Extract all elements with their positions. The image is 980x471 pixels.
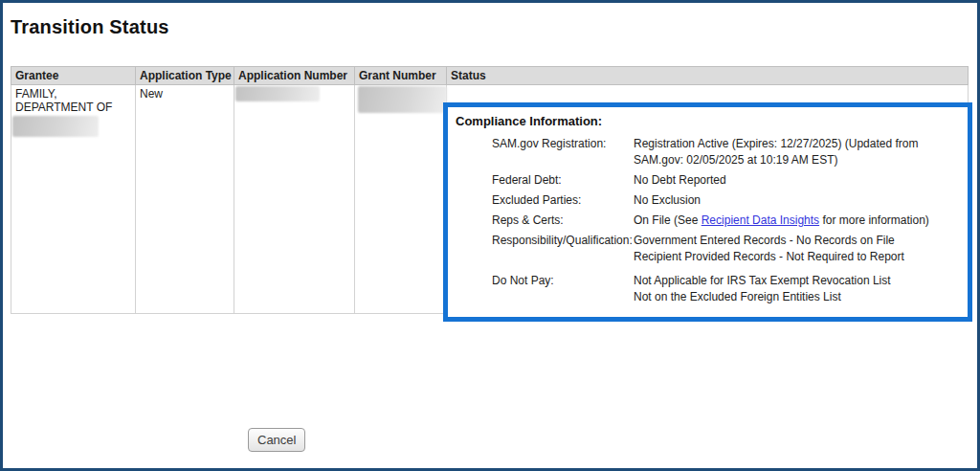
federal-debt-label: Federal Debt: bbox=[492, 172, 634, 189]
column-header-application-number: Application Number bbox=[234, 67, 355, 85]
reps-certs-prefix: On File (See bbox=[634, 213, 702, 227]
redacted-grantee-value bbox=[12, 116, 99, 137]
compliance-title: Compliance Information: bbox=[456, 114, 960, 128]
cell-application-number bbox=[234, 85, 355, 314]
reps-certs-suffix: for more information) bbox=[819, 213, 929, 227]
compliance-panel: Compliance Information: SAM.gov Registra… bbox=[443, 102, 972, 322]
recipient-data-insights-link[interactable]: Recipient Data Insights bbox=[702, 213, 819, 227]
federal-debt-value: No Debt Reported bbox=[634, 172, 960, 189]
compliance-row-do-not-pay: Do Not Pay: Not Applicable for IRS Tax E… bbox=[492, 273, 960, 305]
compliance-row-responsibility: Responsibility/Qualification: Government… bbox=[492, 233, 960, 265]
cell-grant-number bbox=[355, 85, 447, 314]
excluded-parties-label: Excluded Parties: bbox=[492, 192, 634, 209]
reps-certs-label: Reps & Certs: bbox=[492, 213, 634, 229]
cancel-button[interactable]: Cancel bbox=[248, 428, 305, 452]
column-header-application-type: Application Type bbox=[136, 67, 234, 85]
reps-certs-value: On File (See Recipient Data Insights for… bbox=[634, 213, 960, 229]
sam-registration-value: Registration Active (Expires: 12/27/2025… bbox=[634, 136, 960, 168]
grantee-name: FAMILY, DEPARTMENT OF bbox=[15, 87, 112, 114]
redacted-grant-number bbox=[358, 86, 447, 113]
compliance-row-federal-debt: Federal Debt: No Debt Reported bbox=[492, 172, 960, 189]
page: Transition Status Grantee Application Ty… bbox=[0, 0, 980, 471]
do-not-pay-value: Not Applicable for IRS Tax Exempt Revoca… bbox=[634, 273, 960, 305]
responsibility-qualification-label: Responsibility/Qualification: bbox=[492, 233, 634, 265]
sam-registration-label: SAM.gov Registration: bbox=[492, 136, 634, 168]
page-title: Transition Status bbox=[11, 16, 169, 38]
compliance-row-excluded-parties: Excluded Parties: No Exclusion bbox=[492, 192, 960, 209]
compliance-row-reps-certs: Reps & Certs: On File (See Recipient Dat… bbox=[492, 213, 960, 229]
column-header-status: Status bbox=[447, 67, 969, 85]
cell-application-type: New bbox=[136, 85, 234, 314]
redacted-application-number bbox=[235, 86, 320, 101]
table-header-row: Grantee Application Type Application Num… bbox=[11, 67, 969, 85]
compliance-row-sam: SAM.gov Registration: Registration Activ… bbox=[492, 136, 960, 168]
column-header-grant-number: Grant Number bbox=[355, 67, 447, 85]
responsibility-qualification-value: Government Entered Records - No Records … bbox=[634, 233, 960, 265]
excluded-parties-value: No Exclusion bbox=[634, 192, 960, 209]
do-not-pay-label: Do Not Pay: bbox=[492, 273, 634, 305]
column-header-grantee: Grantee bbox=[11, 67, 136, 85]
